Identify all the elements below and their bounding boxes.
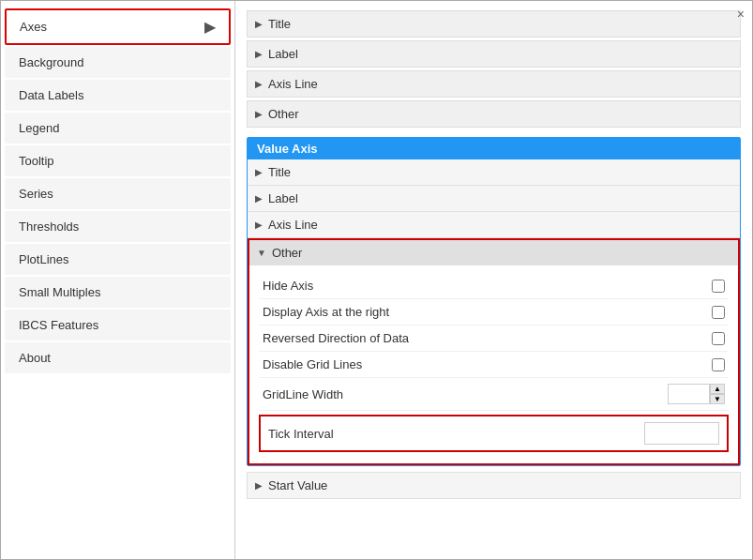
va-label-section[interactable]: ▶ Label [248,186,740,212]
va-title-section[interactable]: ▶ Title [248,159,740,186]
section-title-label: Title [268,17,291,31]
display-axis-right-control [712,306,725,319]
start-value-label: Start Value [268,478,327,492]
sidebar-small-multiples-label: Small Multiples [19,285,217,299]
main-content: ▶ Title ▶ Label ▶ Axis Line ▶ Other V [235,1,752,559]
start-value-toggle-icon: ▶ [255,480,263,491]
tick-interval-label: Tick Interval [268,427,644,441]
va-label-label: Label [268,191,298,205]
va-other-label: Other [272,246,303,260]
dialog-body: Axes ▶ Background Data Labels Legend Too… [1,1,752,559]
spinner-buttons: ▲ ▼ [710,384,725,404]
sidebar-background-label: Background [19,55,217,69]
hide-axis-checkbox[interactable] [712,280,725,293]
sidebar-item-plotlines[interactable]: PlotLines [5,244,231,275]
sidebar-item-series[interactable]: Series [5,178,231,209]
sidebar-legend-label: Legend [19,121,217,135]
sidebar-item-ibcs-features[interactable]: IBCS Features [5,310,231,341]
hide-axis-label: Hide Axis [263,279,712,293]
form-content: Hide Axis Display Axis at the right [249,265,738,463]
display-axis-right-row: Display Axis at the right [259,299,729,325]
va-title-label: Title [268,165,291,179]
sidebar-item-background[interactable]: Background [5,47,231,78]
display-axis-right-checkbox[interactable] [712,306,725,319]
va-other-section-expanded: ▼ Other Hide Axis [248,238,740,465]
tick-interval-control [644,422,719,445]
va-other-section-header[interactable]: ▼ Other [249,240,738,265]
sidebar-item-axes[interactable]: Axes ▶ [5,8,231,45]
va-toggle-axis-line-icon: ▶ [255,219,263,230]
gridline-width-input[interactable] [668,384,710,404]
section-title-header[interactable]: ▶ Title [247,10,741,38]
disable-grid-lines-label: Disable Grid Lines [263,357,712,371]
section-other-header[interactable]: ▶ Other [247,100,741,128]
reversed-direction-checkbox[interactable] [712,332,725,345]
toggle-label-icon: ▶ [255,49,263,59]
tick-interval-row: Tick Interval [259,415,729,452]
sidebar-axes-label: Axes [20,20,204,34]
sidebar-tooltip-label: Tooltip [19,154,217,168]
value-axis-header: Value Axis [248,138,740,159]
section-axis-line-label: Axis Line [268,77,318,91]
sidebar-item-legend[interactable]: Legend [5,113,231,144]
value-axis-box: Value Axis ▶ Title ▶ Label ▶ Ax [247,137,741,466]
start-value-section[interactable]: ▶ Start Value [247,472,741,499]
category-axis-sections: ▶ Title ▶ Label ▶ Axis Line ▶ Other [247,10,741,128]
disable-grid-lines-checkbox[interactable] [712,358,725,371]
sidebar-item-data-labels[interactable]: Data Labels [5,80,231,111]
toggle-axis-line-icon: ▶ [255,79,263,89]
va-toggle-title-icon: ▶ [255,167,263,177]
sidebar-item-small-multiples[interactable]: Small Multiples [5,277,231,308]
va-axis-line-section[interactable]: ▶ Axis Line [248,212,740,238]
close-button[interactable]: × [737,7,745,22]
sidebar-item-about[interactable]: About [5,342,231,373]
sidebar: Axes ▶ Background Data Labels Legend Too… [1,1,235,559]
toggle-title-icon: ▶ [255,19,263,29]
value-axis-sections: ▶ Title ▶ Label ▶ Axis Line [248,159,740,465]
hide-axis-control [712,280,725,293]
disable-grid-lines-row: Disable Grid Lines [259,352,729,378]
gridline-width-label: GridLine Width [263,387,668,401]
sidebar-thresholds-label: Thresholds [19,219,217,234]
section-label-label: Label [268,47,298,61]
disable-grid-lines-control [712,358,725,371]
va-toggle-label-icon: ▶ [255,193,263,204]
section-other-label: Other [268,107,299,121]
dialog: × Axes ▶ Background Data Labels [0,0,753,560]
reversed-direction-control [712,332,725,345]
sidebar-plotlines-label: PlotLines [19,252,217,266]
sidebar-data-labels-label: Data Labels [19,88,217,102]
sidebar-series-label: Series [19,187,217,201]
chevron-right-icon: ▶ [204,18,216,36]
gridline-width-control: ▲ ▼ [668,384,725,404]
spinner: ▲ ▼ [668,384,725,404]
va-toggle-other-icon: ▼ [257,248,266,258]
tick-interval-input[interactable] [644,422,719,445]
sidebar-item-thresholds[interactable]: Thresholds [5,211,231,242]
va-axis-line-label: Axis Line [268,218,318,232]
hide-axis-row: Hide Axis [259,273,729,299]
display-axis-right-label: Display Axis at the right [263,305,712,319]
section-axis-line-header[interactable]: ▶ Axis Line [247,70,741,98]
section-label-header[interactable]: ▶ Label [247,40,741,68]
sidebar-about-label: About [19,351,217,365]
reversed-direction-row: Reversed Direction of Data [259,325,729,352]
spinner-down-button[interactable]: ▼ [710,394,725,404]
sidebar-item-tooltip[interactable]: Tooltip [5,145,231,176]
sidebar-ibcs-features-label: IBCS Features [19,318,217,332]
toggle-other-icon: ▶ [255,109,263,119]
gridline-width-row: GridLine Width ▲ ▼ [259,378,729,411]
spinner-up-button[interactable]: ▲ [710,384,725,394]
reversed-direction-label: Reversed Direction of Data [263,331,712,345]
